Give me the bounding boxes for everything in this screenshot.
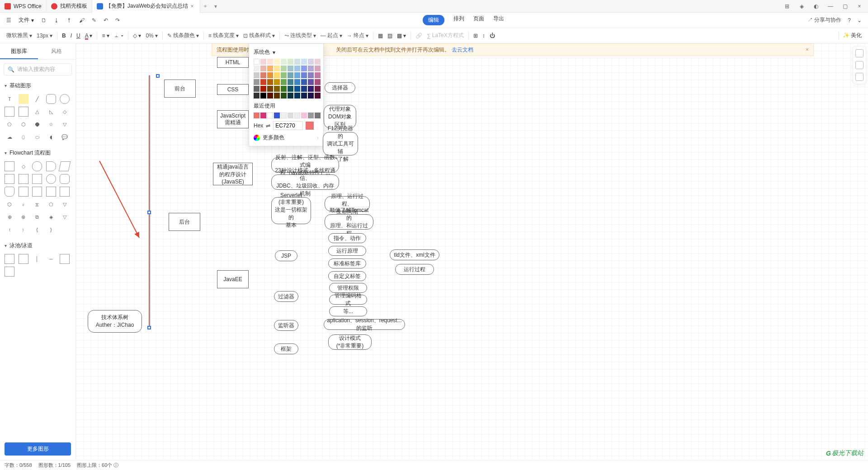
tool-icon[interactable]: ⊞	[473, 33, 478, 39]
start-point[interactable]: — 起点 ▾	[321, 32, 342, 39]
rail-icon[interactable]	[855, 49, 863, 57]
swatch[interactable]	[274, 66, 280, 71]
swatch[interactable]	[281, 66, 287, 71]
line-style[interactable]: ⊡ 线条样式 ▾	[243, 32, 275, 39]
bold-button[interactable]: B	[62, 33, 66, 39]
swatch[interactable]	[288, 79, 293, 85]
node-jsp[interactable]: JSP	[275, 250, 297, 261]
node-selector[interactable]: 选择器	[325, 82, 355, 93]
line-shape[interactable]: ╱	[32, 94, 42, 104]
section-swim[interactable]: 泳池/泳道	[0, 239, 75, 252]
swatch[interactable]	[301, 66, 307, 71]
hexagon-shape[interactable]: ⬡	[19, 119, 28, 129]
swatch[interactable]	[315, 86, 321, 92]
underline-button[interactable]: U	[76, 33, 80, 39]
pen-icon[interactable]: ✎	[92, 17, 96, 24]
arrange-menu[interactable]: 排列	[453, 15, 464, 25]
swim-shape[interactable]: ─	[46, 254, 56, 264]
speech-shape[interactable]: 💬	[60, 132, 70, 142]
recent-swatch[interactable]	[315, 113, 321, 118]
export-icon[interactable]: ⭱	[66, 17, 72, 24]
grid-icon[interactable]: ⊞	[784, 3, 790, 9]
node-listeners[interactable]: aplication、session、request...的监听	[324, 319, 405, 330]
swatch[interactable]	[267, 93, 273, 99]
line-width[interactable]: ≡ 线条宽度 ▾	[208, 32, 239, 39]
fc-intstore[interactable]	[46, 174, 56, 184]
fc-hex[interactable]: ⬡	[5, 199, 14, 209]
rail-icon[interactable]	[855, 73, 863, 81]
swatch[interactable]	[254, 93, 259, 99]
tool-icon[interactable]: ▦	[378, 33, 383, 39]
swatch[interactable]	[301, 93, 307, 99]
recent-swatch[interactable]	[288, 113, 293, 118]
canvas[interactable]: 流程图使用时需 关闭后可在云文档中找到文件并打开再次编辑。 去云文档 × 系统色…	[76, 43, 868, 460]
swim-shape[interactable]	[19, 254, 28, 264]
tool-icon[interactable]: ↕	[482, 33, 485, 39]
edit-mode[interactable]: 编辑	[423, 15, 444, 25]
swatch[interactable]	[267, 86, 273, 92]
link-icon[interactable]: 🔗	[415, 33, 422, 39]
drop-shape[interactable]: ⬯	[19, 132, 28, 142]
tab-shapes-lib[interactable]: 图形库	[0, 43, 38, 59]
swatch[interactable]	[308, 72, 314, 78]
swatch[interactable]	[301, 72, 307, 78]
user-icon[interactable]: ◐	[813, 3, 819, 9]
octagon-shape[interactable]: ⯃	[32, 119, 42, 129]
node-encodefmt[interactable]: 管理编码格式	[329, 295, 367, 305]
text-shape[interactable]: T	[5, 94, 14, 104]
handle[interactable]	[147, 211, 151, 214]
file-menu[interactable]: 文件▾	[19, 16, 34, 24]
undo-icon[interactable]: ↶	[104, 17, 108, 24]
fc-cylinder[interactable]	[5, 187, 14, 197]
save-icon[interactable]: 🗋	[41, 17, 47, 24]
node-javaee[interactable]: JavaEE	[217, 270, 249, 288]
swatch[interactable]	[274, 93, 280, 99]
cube-icon[interactable]: ◈	[798, 3, 805, 9]
swatch[interactable]	[315, 93, 321, 99]
fc-sort[interactable]: ⬨	[19, 199, 28, 209]
recent-swatch[interactable]	[267, 113, 273, 118]
tool-icon[interactable]: ▩ ▾	[397, 33, 406, 39]
swatch[interactable]	[281, 72, 287, 78]
rect-shape[interactable]	[19, 107, 28, 117]
swatch[interactable]	[267, 66, 273, 71]
node-tech[interactable]: 技术体系树 Auther：JiChao	[88, 310, 142, 333]
handle[interactable]	[147, 326, 151, 329]
fc-delay[interactable]: ▽	[60, 212, 70, 222]
node-css[interactable]: CSS	[217, 84, 249, 95]
recent-swatch[interactable]	[281, 113, 287, 118]
swatch[interactable]	[281, 79, 287, 85]
node-back[interactable]: 后台	[169, 213, 200, 231]
more-icon[interactable]: ⌄	[857, 17, 862, 24]
recent-swatch[interactable]	[254, 113, 259, 118]
notice-close-icon[interactable]: ×	[806, 47, 809, 53]
node-front[interactable]: 前台	[164, 80, 196, 98]
swatch[interactable]	[315, 59, 321, 65]
swim-shape[interactable]	[5, 267, 14, 277]
swatch[interactable]	[308, 59, 314, 65]
swatch[interactable]	[308, 66, 314, 71]
line-color[interactable]: ✎ 线条颜色 ▾	[167, 32, 199, 39]
node-etc[interactable]: 等...	[329, 306, 367, 316]
fc-or[interactable]: ⊕	[5, 212, 14, 222]
valign-button[interactable]: ⫠ ▾	[114, 33, 123, 39]
fc-collate[interactable]: ⧖	[32, 199, 42, 209]
node-authperm[interactable]: 管理权限	[329, 283, 367, 293]
swatch[interactable]	[294, 59, 300, 65]
tab-add[interactable]: +	[200, 3, 211, 9]
node-javase[interactable]: 精通java语言 的程序设计 (JavaSE)	[213, 163, 253, 185]
node-tld[interactable]: tld文件、xml文件	[390, 249, 439, 260]
rect-shape[interactable]	[5, 107, 14, 117]
swatch[interactable]	[267, 79, 273, 85]
cloud-shape[interactable]: ☁	[5, 132, 14, 142]
swatch[interactable]	[288, 59, 293, 65]
fill-color[interactable]: ◇ ▾	[133, 33, 141, 39]
tab-wps[interactable]: WPS Office	[0, 0, 47, 13]
fc-offpage[interactable]	[60, 187, 70, 197]
swatch[interactable]	[308, 79, 314, 85]
tab-document[interactable]: 【免费】JavaWeb必会知识点总结×	[92, 0, 200, 13]
swatch[interactable]	[315, 66, 321, 71]
fc-brace-l[interactable]: ⟮	[5, 225, 14, 235]
fc-predef[interactable]	[32, 174, 42, 184]
export-menu[interactable]: 导出	[493, 15, 504, 25]
